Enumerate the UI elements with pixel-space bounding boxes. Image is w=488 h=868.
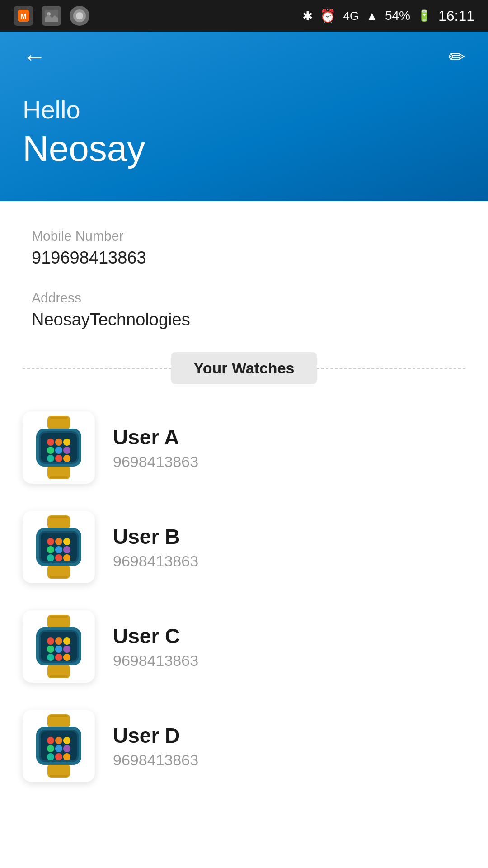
watch-phone: 9698413863 [113, 453, 465, 471]
svg-text:M: M [20, 13, 26, 20]
watch-avatar [23, 710, 95, 782]
edit-button[interactable]: ✏ [449, 45, 465, 68]
divider-left [23, 368, 171, 369]
svg-point-29 [63, 538, 70, 545]
svg-point-43 [47, 637, 54, 645]
svg-point-59 [47, 737, 54, 744]
network-label: 4G [343, 9, 359, 23]
status-time: 16:11 [438, 8, 474, 24]
assistant-icon [70, 6, 89, 26]
watch-item[interactable]: User A 9698413863 [23, 411, 465, 484]
svg-rect-21 [50, 476, 68, 478]
watch-item[interactable]: User C 9698413863 [23, 610, 465, 683]
signal-icon: ▲ [366, 9, 378, 23]
svg-point-34 [55, 554, 62, 561]
watch-info: User A 9698413863 [113, 425, 465, 471]
svg-point-15 [55, 447, 62, 454]
svg-point-65 [47, 753, 54, 760]
svg-point-13 [63, 439, 70, 446]
svg-rect-37 [50, 576, 68, 578]
header: ← ✏ Hello Neosay [0, 32, 488, 201]
svg-point-64 [63, 745, 70, 752]
battery-label: 54% [385, 9, 410, 23]
watch-item[interactable]: User D 9698413863 [23, 710, 465, 782]
svg-point-32 [63, 546, 70, 553]
watch-info: User D 9698413863 [113, 723, 465, 769]
svg-rect-36 [50, 516, 68, 518]
svg-rect-68 [50, 715, 68, 717]
svg-point-17 [47, 455, 54, 462]
svg-point-27 [47, 538, 54, 545]
svg-point-11 [47, 439, 54, 446]
mi-icon: M [14, 6, 33, 26]
mobile-value: 919698413863 [32, 248, 456, 268]
svg-point-45 [63, 637, 70, 645]
svg-point-67 [63, 753, 70, 760]
status-bar: M ✱ ⏰ 4G ▲ 54% 🔋 16:11 [0, 0, 488, 32]
watch-avatar [23, 610, 95, 683]
status-bar-left-icons: M [14, 6, 89, 26]
svg-point-12 [55, 439, 62, 446]
svg-point-30 [47, 546, 54, 553]
profile-section: Mobile Number 919698413863 Address Neosa… [0, 201, 488, 330]
battery-icon: 🔋 [418, 9, 431, 22]
watch-username: User D [113, 723, 465, 748]
divider-label-wrap: Your Watches [171, 352, 317, 384]
greeting-text: Hello [23, 95, 465, 124]
svg-rect-52 [50, 616, 68, 618]
watch-avatar [23, 411, 95, 484]
watch-username: User B [113, 524, 465, 549]
svg-rect-20 [50, 417, 68, 419]
divider-right [317, 368, 465, 369]
svg-point-47 [55, 646, 62, 653]
svg-point-51 [63, 654, 70, 661]
watch-username: User C [113, 624, 465, 648]
svg-point-31 [55, 546, 62, 553]
watch-item[interactable]: User B 9698413863 [23, 511, 465, 583]
gallery-icon [42, 6, 61, 26]
svg-point-60 [55, 737, 62, 744]
svg-rect-53 [50, 675, 68, 677]
mobile-label: Mobile Number [32, 228, 456, 244]
watch-info: User B 9698413863 [113, 524, 465, 570]
svg-point-5 [76, 12, 83, 19]
svg-point-16 [63, 447, 70, 454]
watch-username: User A [113, 425, 465, 449]
svg-point-62 [47, 745, 54, 752]
svg-point-46 [47, 646, 54, 653]
svg-point-33 [47, 554, 54, 561]
svg-point-19 [63, 455, 70, 462]
alarm-icon: ⏰ [320, 9, 336, 24]
svg-point-14 [47, 447, 54, 454]
back-button[interactable]: ← [23, 43, 46, 70]
status-bar-right-icons: ✱ ⏰ 4G ▲ 54% 🔋 16:11 [302, 8, 474, 24]
watch-phone: 9698413863 [113, 652, 465, 670]
watch-avatar [23, 511, 95, 583]
svg-point-44 [55, 637, 62, 645]
watch-info: User C 9698413863 [113, 624, 465, 670]
svg-point-66 [55, 753, 62, 760]
svg-point-35 [63, 554, 70, 561]
bluetooth-icon: ✱ [302, 9, 313, 24]
watch-list: User A 9698413863 [0, 411, 488, 782]
watch-phone: 9698413863 [113, 552, 465, 570]
watches-section-label: Your Watches [194, 359, 295, 377]
svg-point-61 [63, 737, 70, 744]
address-label: Address [32, 290, 456, 306]
svg-point-48 [63, 646, 70, 653]
watches-section-divider: Your Watches [23, 352, 465, 384]
svg-point-49 [47, 654, 54, 661]
svg-point-63 [55, 745, 62, 752]
header-top: ← ✏ [23, 32, 465, 81]
svg-point-28 [55, 538, 62, 545]
address-value: NeosayTechnologies [32, 310, 456, 330]
watch-phone: 9698413863 [113, 751, 465, 769]
svg-point-18 [55, 455, 62, 462]
username-text: Neosay [23, 128, 465, 170]
svg-rect-69 [50, 775, 68, 777]
svg-point-50 [55, 654, 62, 661]
